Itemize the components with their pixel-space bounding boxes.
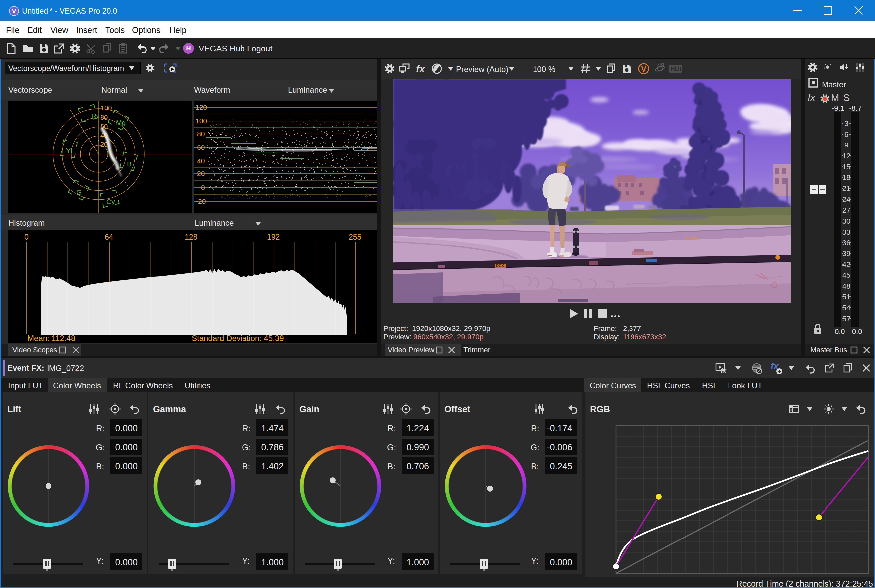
svg-text:6: 6 bbox=[844, 130, 848, 138]
svg-text:G: G bbox=[76, 188, 82, 196]
svg-text:42: 42 bbox=[842, 261, 850, 269]
svg-text:100: 100 bbox=[100, 104, 112, 112]
svg-text:45: 45 bbox=[842, 271, 850, 279]
svg-text:3: 3 bbox=[844, 119, 848, 128]
svg-text:360: 360 bbox=[658, 63, 664, 67]
svg-text:60: 60 bbox=[197, 144, 205, 151]
svg-text:0: 0 bbox=[24, 232, 28, 241]
svg-text:V: V bbox=[641, 64, 646, 74]
svg-text:40: 40 bbox=[197, 157, 205, 165]
svg-text:51: 51 bbox=[842, 292, 850, 301]
svg-text:15: 15 bbox=[842, 163, 850, 171]
svg-text:fx: fx bbox=[721, 367, 727, 374]
svg-text:80: 80 bbox=[197, 130, 205, 138]
svg-text:30: 30 bbox=[842, 217, 850, 225]
svg-text:Standard Deviation: 45.39: Standard Deviation: 45.39 bbox=[192, 333, 284, 342]
svg-text:0: 0 bbox=[201, 184, 205, 191]
svg-text:Yl: Yl bbox=[66, 147, 72, 154]
svg-text:Cy: Cy bbox=[106, 198, 115, 205]
svg-text:Mg: Mg bbox=[116, 118, 126, 126]
svg-text:120: 120 bbox=[195, 104, 207, 111]
svg-text:R: R bbox=[91, 112, 96, 120]
svg-text:18: 18 bbox=[842, 173, 850, 182]
svg-text:33: 33 bbox=[842, 228, 850, 236]
svg-text:80: 80 bbox=[100, 114, 108, 121]
svg-text:fx: fx bbox=[416, 63, 425, 74]
svg-text:20: 20 bbox=[197, 170, 205, 177]
svg-text:64: 64 bbox=[105, 232, 113, 241]
svg-text:100: 100 bbox=[195, 117, 207, 124]
svg-text:HDR: HDR bbox=[670, 66, 684, 72]
svg-text:Mean: 112.48: Mean: 112.48 bbox=[27, 333, 75, 342]
svg-text:27: 27 bbox=[842, 206, 850, 214]
svg-text:39: 39 bbox=[842, 249, 850, 258]
svg-text:12: 12 bbox=[842, 152, 850, 160]
svg-text:192: 192 bbox=[267, 232, 280, 241]
svg-text:54: 54 bbox=[842, 304, 850, 312]
svg-text:48: 48 bbox=[842, 282, 850, 290]
svg-text:9: 9 bbox=[844, 141, 848, 149]
svg-text:36: 36 bbox=[842, 238, 850, 247]
svg-text:255: 255 bbox=[349, 232, 361, 241]
svg-text:-20: -20 bbox=[196, 197, 205, 205]
svg-text:21: 21 bbox=[842, 184, 850, 193]
svg-text:128: 128 bbox=[185, 232, 197, 241]
svg-text:DGK: DGK bbox=[496, 264, 504, 268]
svg-text:B: B bbox=[127, 160, 132, 168]
svg-text:AJTBL: AJTBL bbox=[685, 236, 699, 241]
svg-text:57: 57 bbox=[842, 315, 850, 323]
svg-text:24: 24 bbox=[842, 195, 850, 204]
